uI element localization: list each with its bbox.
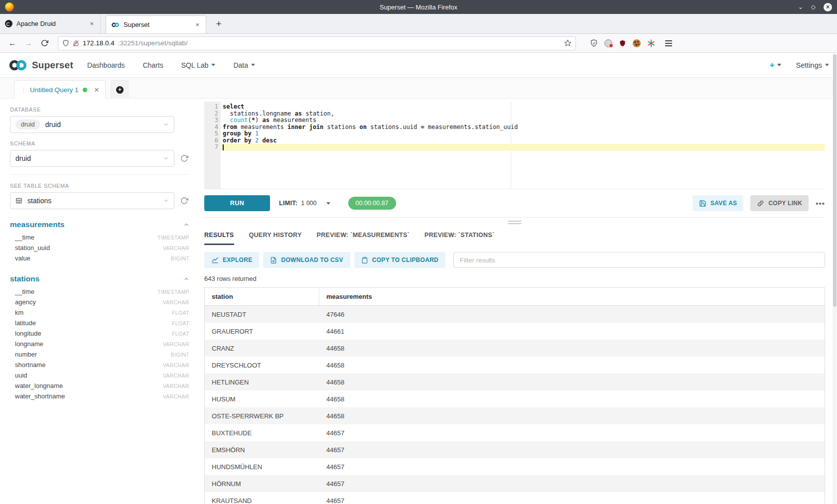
forward-button[interactable]: → bbox=[22, 39, 35, 48]
browser-tab-apache-druid[interactable]: Apache Druid × bbox=[0, 14, 101, 33]
elapsed-time-badge: 00:00:00.87 bbox=[348, 197, 396, 210]
colorful-asterisk-extension-icon[interactable] bbox=[647, 39, 655, 47]
page-scrollbar[interactable] bbox=[833, 53, 837, 504]
table-row[interactable]: HUSUM44658 bbox=[205, 390, 825, 407]
chevron-down-icon bbox=[211, 64, 215, 66]
table-row[interactable]: EMSHÖRN44657 bbox=[205, 441, 825, 458]
table-row[interactable]: DREYSCHLOOT44658 bbox=[205, 357, 825, 374]
line-number: 3 bbox=[204, 117, 218, 124]
table-row[interactable]: KRAUTSAND44657 bbox=[205, 492, 825, 504]
line-number: 6 bbox=[204, 137, 218, 144]
chevron-down-icon bbox=[326, 202, 330, 205]
window-minimize-icon[interactable]: ⌄ bbox=[798, 3, 803, 10]
code-line[interactable]: stations.longname as station, bbox=[221, 111, 825, 118]
column-name: __time bbox=[15, 288, 34, 295]
nav-item-dashboards[interactable]: Dashboards bbox=[87, 61, 125, 69]
cookie-extension-icon[interactable] bbox=[633, 39, 641, 47]
table-row[interactable]: HÖRNUM44657 bbox=[205, 475, 825, 492]
browser-tab-superset[interactable]: Superset × bbox=[106, 15, 206, 33]
column-type: VARCHAR bbox=[163, 362, 189, 368]
ublock-origin-icon[interactable] bbox=[619, 39, 626, 47]
clipboard-icon bbox=[361, 256, 368, 264]
table-name[interactable]: measurements bbox=[10, 220, 64, 229]
copy-to-clipboard-label: COPY TO CLIPBOARD bbox=[372, 256, 438, 263]
results-tab-results[interactable]: RESULTS bbox=[204, 227, 234, 245]
download-csv-button[interactable]: DOWNLOAD TO CSV bbox=[263, 252, 350, 268]
table-row[interactable]: HETLINGEN44658 bbox=[205, 374, 825, 390]
bookmark-star-icon[interactable] bbox=[564, 39, 571, 47]
extension-mask-icon[interactable] bbox=[604, 39, 612, 47]
nav-item-sql-lab[interactable]: SQL Lab bbox=[181, 61, 216, 69]
close-icon[interactable]: × bbox=[88, 20, 95, 27]
chevron-down-icon bbox=[251, 64, 255, 66]
run-button[interactable]: RUN bbox=[204, 195, 270, 211]
column-header-station[interactable]: station bbox=[205, 288, 319, 305]
table-name[interactable]: stations bbox=[10, 274, 39, 283]
nav-item-charts[interactable]: Charts bbox=[142, 61, 163, 69]
insecure-lock-icon[interactable] bbox=[73, 40, 79, 47]
code-token: station, bbox=[302, 110, 334, 117]
code-line[interactable]: order by 2 desc bbox=[221, 137, 825, 144]
refresh-schema-icon[interactable] bbox=[179, 154, 189, 162]
code-line[interactable]: from measurements inner join stations on… bbox=[221, 124, 825, 131]
new-browser-tab-button[interactable]: + bbox=[210, 14, 227, 33]
close-icon[interactable]: × bbox=[194, 21, 201, 28]
code-token: ( bbox=[248, 117, 252, 124]
query-tab-untitled-query-1[interactable]: ⋮ Untitled Query 1 ✕ bbox=[14, 80, 106, 99]
table-row[interactable]: GRAUERORT44661 bbox=[205, 323, 825, 340]
back-button[interactable]: ← bbox=[6, 39, 19, 48]
tracking-shield-icon[interactable] bbox=[62, 39, 69, 47]
menu-hamburger-icon[interactable] bbox=[665, 40, 672, 46]
table-columns-list: __timeTIMESTAMPagencyVARCHARkmFLOATlatit… bbox=[10, 286, 189, 401]
new-query-tab-button[interactable]: + bbox=[111, 80, 129, 99]
url-bar[interactable]: 172.18.0.4:32251/superset/sqllab/ bbox=[58, 36, 576, 50]
firefox-logo-icon bbox=[5, 2, 14, 11]
explore-button[interactable]: EXPLORE bbox=[204, 252, 259, 268]
code-line[interactable]: count(*) as measurements bbox=[221, 117, 825, 124]
table-row[interactable]: BUXTEHUDE44657 bbox=[205, 424, 825, 441]
copy-link-button[interactable]: COPY LINK bbox=[750, 195, 809, 211]
reload-button[interactable] bbox=[38, 39, 51, 47]
results-tab-preview-stations[interactable]: PREVIEW: `STATIONS` bbox=[424, 227, 494, 245]
schema-select[interactable]: druid bbox=[10, 150, 174, 167]
superset-brand[interactable]: Superset bbox=[8, 59, 73, 72]
refresh-table-icon[interactable] bbox=[179, 197, 189, 205]
nav-item-data[interactable]: Data bbox=[233, 61, 255, 69]
cell-measurements: 44657 bbox=[319, 480, 825, 488]
window-maximize-icon[interactable]: ◇ bbox=[811, 3, 816, 10]
table-row[interactable]: CRANZ44658 bbox=[205, 340, 825, 357]
table-row[interactable]: HUNDSMÜHLEN44657 bbox=[205, 458, 825, 475]
code-line[interactable]: select bbox=[221, 104, 825, 111]
results-tab-query-history[interactable]: QUERY HISTORY bbox=[249, 227, 302, 245]
chevron-up-icon[interactable] bbox=[183, 276, 189, 282]
results-tab-preview-measurements[interactable]: PREVIEW: `MEASUREMENTS` bbox=[317, 227, 410, 245]
settings-menu[interactable]: Settings bbox=[796, 61, 829, 69]
code-token bbox=[259, 137, 262, 144]
table-row[interactable]: OSTE-SPERRWERK BP44658 bbox=[205, 407, 825, 424]
copy-to-clipboard-button[interactable]: COPY TO CLIPBOARD bbox=[354, 252, 445, 268]
column-header-measurements[interactable]: measurements bbox=[319, 293, 825, 300]
close-icon[interactable]: ✕ bbox=[94, 86, 100, 94]
code-line[interactable]: group by 1 bbox=[221, 130, 825, 137]
database-select[interactable]: druid druid bbox=[10, 116, 174, 133]
extension-shield-icon[interactable] bbox=[590, 39, 598, 47]
filter-results-input[interactable] bbox=[453, 252, 825, 268]
table-schema-select[interactable]: stations bbox=[10, 192, 174, 209]
database-badge: druid bbox=[15, 120, 40, 129]
limit-dropdown[interactable]: LIMIT: 1 000 bbox=[279, 200, 330, 207]
save-as-button[interactable]: SAVE AS bbox=[693, 195, 743, 211]
window-close-icon[interactable]: × bbox=[824, 3, 832, 11]
see-table-schema-label: SEE TABLE SCHEMA bbox=[10, 183, 189, 189]
editor-code-area[interactable]: select stations.longname as station, cou… bbox=[221, 102, 825, 189]
table-row[interactable]: NEUSTADT47646 bbox=[205, 306, 825, 323]
new-item-menu[interactable]: + bbox=[770, 60, 781, 70]
more-options-button[interactable]: ••• bbox=[816, 199, 825, 208]
code-token bbox=[252, 130, 255, 137]
scrollbar-thumb[interactable] bbox=[833, 54, 837, 307]
drag-grip-icon[interactable]: ⋮ bbox=[20, 86, 26, 94]
code-line[interactable] bbox=[221, 144, 825, 151]
sql-editor[interactable]: 1234567 select stations.longname as stat… bbox=[204, 102, 825, 189]
explore-label: EXPLORE bbox=[223, 256, 252, 263]
chevron-up-icon[interactable] bbox=[183, 222, 189, 228]
pane-splitter-handle[interactable] bbox=[204, 217, 825, 227]
